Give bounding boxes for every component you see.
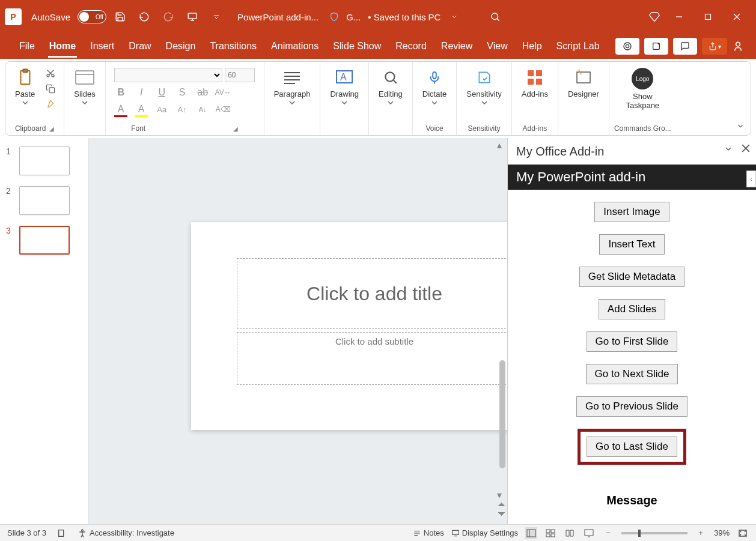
addin-button-add-slides[interactable]: Add Slides	[599, 299, 665, 319]
reading-view-icon[interactable]	[564, 527, 576, 539]
tab-draw[interactable]: Draw	[121, 36, 158, 56]
font-size-input[interactable]	[225, 68, 255, 82]
next-slide-icon[interactable]: ⏷	[497, 509, 505, 517]
save-status-dropdown-icon[interactable]	[445, 8, 463, 26]
tab-help[interactable]: Help	[515, 36, 549, 56]
decrease-font-button[interactable]: A↓	[196, 103, 209, 116]
tab-animations[interactable]: Animations	[264, 36, 326, 56]
cut-icon[interactable]	[43, 67, 58, 80]
accessibility-status[interactable]: Accessibility: Investigate	[78, 528, 174, 538]
character-spacing-button[interactable]: AV↔	[216, 86, 230, 99]
addin-button-go-to-first-slide[interactable]: Go to First Slide	[587, 331, 678, 352]
font-launcher-icon[interactable]: ◢	[233, 125, 238, 132]
camera-icon[interactable]	[615, 38, 639, 55]
copy-icon[interactable]	[43, 82, 58, 95]
zoom-level[interactable]: 39%	[714, 528, 730, 537]
diamond-icon[interactable]	[645, 8, 663, 26]
addins-button[interactable]: Add-ins	[517, 65, 553, 101]
autosave-toggle[interactable]: Off	[78, 10, 106, 23]
notes-button[interactable]: Notes	[413, 528, 444, 537]
tab-record[interactable]: Record	[388, 36, 434, 56]
zoom-in-icon[interactable]: +	[695, 527, 707, 539]
editing-button[interactable]: Editing	[374, 65, 407, 107]
addin-button-go-to-next-slide[interactable]: Go to Next Slide	[586, 364, 678, 384]
taskpane-menu-icon[interactable]	[724, 144, 733, 154]
undo-icon[interactable]	[135, 8, 153, 26]
slide-position[interactable]: Slide 3 of 3	[7, 528, 46, 537]
font-color-button[interactable]: A	[114, 103, 127, 116]
minimize-button[interactable]	[665, 5, 694, 29]
drawing-button[interactable]: A Drawing	[325, 65, 364, 107]
present-from-start-icon[interactable]	[183, 8, 201, 26]
ribbon-collapse-icon[interactable]	[736, 122, 745, 130]
paragraph-button[interactable]: Paragraph	[269, 65, 316, 107]
shadow-button[interactable]: S	[175, 86, 189, 99]
spellcheck-icon[interactable]	[56, 527, 68, 539]
slides-button[interactable]: Slides	[69, 65, 100, 107]
addin-button-get-slide-metadata[interactable]: Get Slide Metadata	[579, 267, 685, 287]
clear-formatting-button[interactable]: A⌫	[216, 103, 230, 116]
show-taskpane-button[interactable]: Logo Show Taskpane	[621, 65, 664, 112]
save-status[interactable]: • Saved to this PC	[368, 12, 440, 22]
underline-button[interactable]: U	[155, 86, 168, 99]
save-icon[interactable]	[111, 8, 129, 26]
format-painter-icon[interactable]	[43, 98, 58, 111]
change-case-button[interactable]: Aa	[155, 103, 168, 116]
clipboard-launcher-icon[interactable]: ◢	[49, 125, 54, 132]
search-icon[interactable]	[486, 8, 504, 26]
tab-insert[interactable]: Insert	[83, 36, 121, 56]
bold-button[interactable]: B	[114, 86, 127, 99]
close-button[interactable]	[722, 5, 751, 29]
scroll-down-icon[interactable]: ▾	[497, 489, 505, 498]
zoom-slider[interactable]	[621, 532, 687, 534]
paste-button[interactable]: Paste	[10, 65, 40, 107]
scroll-thumb[interactable]	[499, 360, 505, 468]
comments-icon[interactable]	[673, 38, 697, 55]
tab-design[interactable]: Design	[159, 36, 203, 56]
zoom-knob[interactable]	[638, 530, 641, 537]
account-icon[interactable]	[732, 40, 744, 52]
addin-button-go-to-last-slide[interactable]: Go to Last Slide	[587, 437, 677, 457]
designer-button[interactable]: Designer	[563, 65, 604, 101]
font-family-select[interactable]	[114, 68, 222, 82]
dictate-button[interactable]: Dictate	[418, 65, 451, 107]
tab-script-lab[interactable]: Script Lab	[549, 36, 607, 56]
addin-button-go-to-previous-slide[interactable]: Go to Previous Slide	[576, 396, 687, 417]
normal-view-icon[interactable]	[525, 527, 537, 539]
title-placeholder[interactable]: Click to add title	[237, 258, 507, 329]
tab-view[interactable]: View	[480, 36, 514, 56]
tab-file[interactable]: File	[12, 36, 42, 56]
scroll-up-icon[interactable]: ▴	[497, 139, 505, 148]
tab-transitions[interactable]: Transitions	[203, 36, 264, 56]
slide-canvas[interactable]: Click to add title Click to add subtitle…	[89, 138, 507, 524]
subtitle-placeholder[interactable]: Click to add subtitle	[237, 332, 507, 385]
tab-review[interactable]: Review	[434, 36, 480, 56]
highlight-button[interactable]: A	[135, 103, 148, 116]
fit-to-window-icon[interactable]	[737, 527, 749, 539]
maximize-button[interactable]	[694, 5, 722, 29]
vertical-scrollbar[interactable]: ▴ ▾ ⏶ ⏷	[497, 138, 507, 524]
teams-icon[interactable]	[644, 38, 668, 55]
tab-slide-show[interactable]: Slide Show	[326, 36, 388, 56]
display-settings-button[interactable]: Display Settings	[451, 528, 518, 537]
prev-slide-icon[interactable]: ⏶	[497, 499, 505, 507]
thumbnail-2[interactable]	[19, 186, 70, 215]
redo-icon[interactable]	[159, 8, 177, 26]
slide-sorter-icon[interactable]	[544, 527, 556, 539]
taskpane-collapse-icon[interactable]: ‹	[746, 171, 756, 187]
zoom-out-icon[interactable]: −	[602, 527, 614, 539]
thumbnail-3[interactable]	[19, 226, 70, 255]
increase-font-button[interactable]: A↑	[175, 103, 189, 116]
addin-button-insert-image[interactable]: Insert Image	[594, 202, 669, 222]
taskpane-close-icon[interactable]	[742, 144, 750, 154]
addin-button-insert-text[interactable]: Insert Text	[599, 234, 664, 255]
sensitivity-button[interactable]: Sensitivity	[462, 65, 507, 107]
slideshow-icon[interactable]	[583, 527, 595, 539]
share-button[interactable]: ▾	[702, 38, 727, 55]
italic-button[interactable]: I	[135, 86, 148, 99]
tab-home[interactable]: Home	[42, 36, 83, 56]
strikethrough-button[interactable]: ab	[196, 86, 209, 99]
thumbnail-1[interactable]	[19, 147, 70, 175]
slide[interactable]: Click to add title Click to add subtitle	[191, 222, 507, 430]
qat-overflow-icon[interactable]	[207, 8, 225, 26]
